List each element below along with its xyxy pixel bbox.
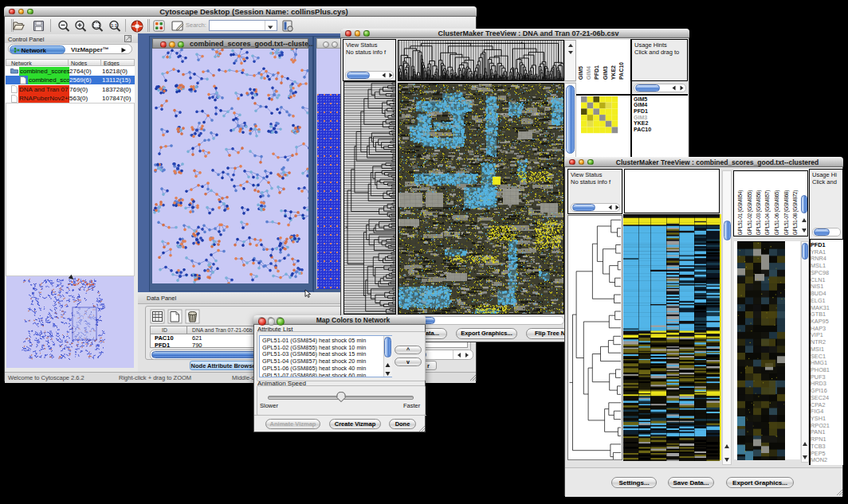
- svg-text:1:1: 1:1: [111, 23, 117, 28]
